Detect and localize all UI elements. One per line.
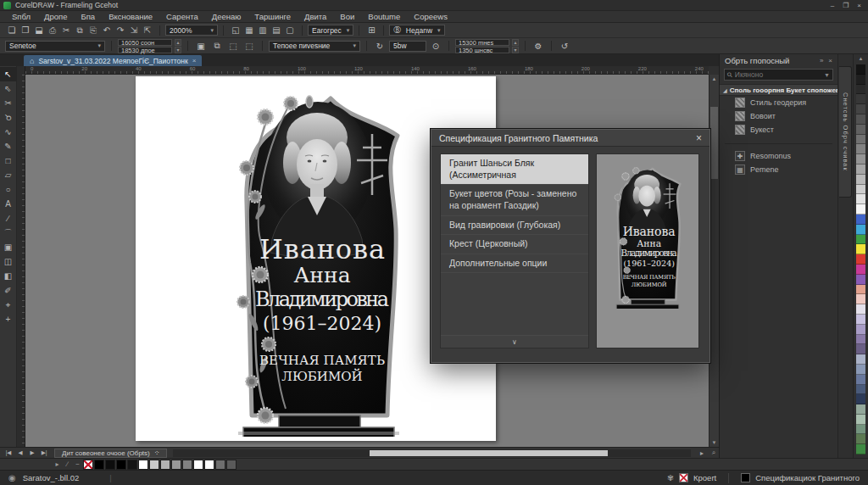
no-color-swatch[interactable] bbox=[83, 460, 93, 470]
horizontal-scrollbar[interactable] bbox=[173, 449, 691, 457]
eyedropper-tool[interactable]: ⌖ bbox=[0, 298, 16, 312]
object-width-field[interactable]: 15300 mнes bbox=[455, 39, 509, 46]
ellipse-tool[interactable]: ○ bbox=[0, 182, 16, 197]
text-tool[interactable]: A bbox=[0, 197, 16, 211]
pan-right-icon[interactable]: ▸ bbox=[697, 449, 707, 457]
docker-tree-item[interactable]: Букест bbox=[720, 123, 837, 137]
docker-collapse-icon[interactable]: » bbox=[820, 57, 823, 64]
color-swatch[interactable] bbox=[856, 375, 865, 385]
import-icon[interactable]: ⇲ bbox=[127, 25, 141, 36]
group-icon[interactable]: ⧉ bbox=[210, 40, 224, 52]
distribute-icon[interactable]: ⬚ bbox=[242, 40, 256, 52]
color-swatch[interactable] bbox=[856, 294, 865, 304]
menu-item[interactable]: Вкснование bbox=[102, 12, 159, 21]
mesh-tool[interactable]: ◫ bbox=[0, 254, 16, 269]
list-scroll-down-button[interactable]: ∨ bbox=[441, 335, 588, 348]
color-swatch[interactable] bbox=[215, 460, 225, 470]
color-swatch[interactable] bbox=[193, 460, 203, 470]
menu-item[interactable]: Сарента bbox=[159, 12, 205, 21]
spin-up-button[interactable]: ▴ bbox=[175, 39, 181, 46]
color-swatch[interactable] bbox=[856, 64, 865, 75]
size-spin-down-button[interactable]: ▾ bbox=[512, 47, 519, 53]
arc-tool[interactable]: ⌒ bbox=[0, 226, 16, 240]
color-swatch[interactable] bbox=[856, 365, 865, 375]
color-swatch[interactable] bbox=[856, 244, 865, 254]
menu-item[interactable]: Sпбл bbox=[5, 12, 37, 21]
last-page-button[interactable]: ▶| bbox=[39, 449, 49, 456]
fill-tool[interactable]: ◧ bbox=[0, 269, 16, 283]
add-tool[interactable]: + bbox=[0, 312, 16, 326]
color-swatch[interactable] bbox=[127, 460, 137, 470]
color-swatch[interactable] bbox=[856, 94, 865, 104]
y-position-field[interactable]: 18530 дпое bbox=[118, 47, 172, 53]
document-tab[interactable]: ⌂ Sarstov_v_31.03.2022 МеяпоеГіЄ_Паиотто… bbox=[24, 55, 202, 66]
pick-tool[interactable]: ↖ bbox=[0, 67, 16, 81]
color-swatch[interactable] bbox=[856, 114, 865, 125]
angle-field[interactable]: 5bw bbox=[389, 41, 426, 52]
scroll-up-icon[interactable]: ▲ bbox=[712, 75, 717, 83]
palette-up-icon[interactable]: ▲ bbox=[856, 56, 865, 64]
color-swatch[interactable] bbox=[856, 444, 865, 454]
outline-color-swatch[interactable] bbox=[679, 473, 688, 482]
dialog-title-bar[interactable]: Спецификация Гранитного Памятника × bbox=[431, 130, 709, 147]
weld-select[interactable]: Тепоее пиvеsние ▾ bbox=[269, 41, 360, 52]
color-swatch[interactable] bbox=[856, 204, 865, 215]
reset-icon[interactable]: ↺ bbox=[558, 40, 571, 52]
palette-flyout-icon[interactable]: ▸ bbox=[53, 460, 62, 468]
docker-tree-header[interactable]: ◢ Споль гооорпня Букет спопожеамный bbox=[720, 84, 837, 96]
color-swatch[interactable] bbox=[856, 265, 865, 275]
fullscreen-preview-icon[interactable]: ◱ bbox=[229, 25, 242, 36]
color-swatch[interactable] bbox=[171, 460, 181, 470]
horizontal-scroll-thumb[interactable] bbox=[370, 450, 608, 456]
color-swatch[interactable] bbox=[149, 460, 159, 470]
color-swatch[interactable] bbox=[856, 325, 865, 335]
color-swatch[interactable] bbox=[856, 425, 865, 435]
view-wireframe-icon[interactable]: ▥ bbox=[256, 25, 270, 36]
menu-item[interactable]: Дропе bbox=[37, 12, 74, 21]
freehand-tool[interactable]: ∿ bbox=[0, 125, 16, 139]
polygon-tool[interactable]: ▱ bbox=[0, 168, 16, 182]
color-swatch[interactable] bbox=[856, 235, 865, 245]
view-simple-wireframe-icon[interactable]: ▦ bbox=[242, 25, 256, 36]
open-icon[interactable]: ❐ bbox=[19, 25, 32, 36]
color-swatch[interactable] bbox=[856, 104, 865, 114]
zoom-tool-small-icon[interactable]: ⌕ bbox=[709, 449, 719, 457]
view-enhanced-icon[interactable]: ▤ bbox=[270, 25, 283, 36]
docker-search[interactable]: ⚲ ▼ bbox=[724, 69, 833, 81]
search-input[interactable] bbox=[735, 70, 821, 79]
menu-item[interactable]: Двита bbox=[298, 12, 333, 21]
spin-down-button[interactable]: ▾ bbox=[175, 47, 181, 53]
close-button[interactable]: × bbox=[857, 2, 861, 9]
color-swatch[interactable] bbox=[856, 154, 865, 164]
docker-close-icon[interactable]: × bbox=[828, 57, 832, 64]
prev-page-button[interactable]: ◀ bbox=[15, 449, 25, 456]
color-swatch[interactable] bbox=[856, 125, 865, 135]
x-position-field[interactable]: 16050 соон bbox=[118, 39, 172, 46]
color-swatch[interactable] bbox=[856, 75, 865, 85]
color-swatch[interactable] bbox=[204, 460, 214, 470]
color-swatch[interactable] bbox=[94, 460, 104, 470]
color-swatch[interactable] bbox=[856, 335, 865, 345]
cut-icon[interactable]: ✂ bbox=[59, 25, 73, 36]
color-swatch[interactable] bbox=[856, 144, 865, 154]
menu-item[interactable]: Boutume bbox=[361, 12, 407, 21]
color-swatch[interactable] bbox=[138, 460, 148, 470]
rotate-icon[interactable]: ↻ bbox=[373, 40, 387, 52]
line-tool[interactable]: ∕ bbox=[0, 211, 16, 226]
docker-side-tab[interactable]: Снетсвь Обрч счивак bbox=[839, 66, 852, 198]
menu-item[interactable]: Copeews bbox=[407, 12, 454, 21]
docker-tree-item[interactable]: Стиль геодерия bbox=[720, 96, 837, 109]
palette-minus-icon[interactable]: − bbox=[73, 460, 82, 468]
print-icon[interactable]: ⎙ bbox=[46, 25, 59, 36]
color-swatch[interactable] bbox=[856, 415, 865, 425]
color-swatch[interactable] bbox=[116, 460, 126, 470]
paste-icon[interactable]: ⎘ bbox=[86, 25, 100, 36]
color-swatch[interactable] bbox=[856, 394, 865, 404]
artistic-media-tool[interactable]: ✎ bbox=[0, 139, 16, 153]
color-swatch[interactable] bbox=[856, 315, 865, 325]
color-swatch[interactable] bbox=[856, 185, 865, 195]
color-swatch[interactable] bbox=[160, 460, 170, 470]
color-swatch[interactable] bbox=[856, 385, 865, 395]
color-swatch[interactable] bbox=[856, 404, 865, 415]
crop-tool[interactable]: ✂ bbox=[0, 96, 16, 110]
